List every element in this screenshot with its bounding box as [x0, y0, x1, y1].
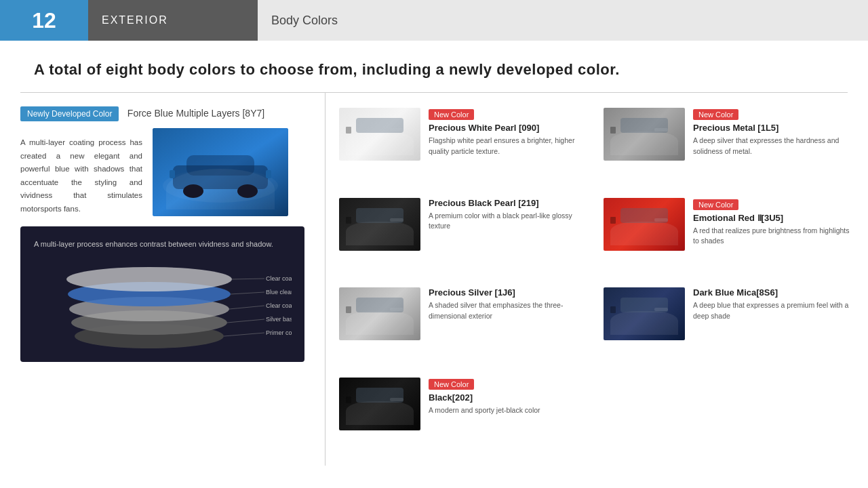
- section-label: EXTERIOR: [88, 0, 258, 41]
- color-item-white-pearl: New Color Precious White Pearl [090] Fla…: [332, 100, 597, 190]
- color-item-black-pearl: Precious Black Pearl [219] A premium col…: [332, 190, 597, 280]
- color-name-white-pearl: Precious White Pearl [090]: [429, 123, 590, 133]
- new-color-badge-black: New Color: [429, 379, 474, 390]
- svg-rect-3: [186, 155, 254, 176]
- left-panel: Newly Developed Color Force Blue Multipl…: [0, 93, 326, 466]
- svg-rect-27: [610, 127, 616, 134]
- svg-rect-28: [620, 118, 668, 133]
- content-area: Newly Developed Color Force Blue Multipl…: [0, 93, 868, 466]
- svg-text:Blue clear coat: Blue clear coat: [266, 289, 292, 296]
- svg-text:Silver base (1J6): Silver base (1J6): [266, 316, 292, 323]
- color-desc-emotional-red: A red that realizes pure brightness from…: [693, 226, 854, 247]
- svg-line-18: [231, 292, 264, 294]
- color-thumb-dark-blue-mica: [604, 287, 685, 340]
- svg-line-21: [232, 279, 264, 279]
- svg-line-15: [229, 306, 264, 309]
- svg-rect-40: [620, 298, 668, 312]
- color-thumb-white-pearl: [339, 108, 420, 161]
- svg-rect-34: [620, 208, 668, 223]
- color-name-black-pearl: Precious Black Pearl [219]: [429, 198, 590, 208]
- color-info-black: New Color Black[202] A modern and sporty…: [429, 378, 590, 416]
- svg-line-9: [224, 333, 264, 336]
- color-item-emotional-red: New Color Emotional Red Ⅱ[3U5] A red tha…: [597, 190, 861, 280]
- blue-car-image: [153, 128, 288, 216]
- page-header: 12 EXTERIOR Body Colors: [0, 0, 868, 41]
- svg-point-5: [237, 184, 258, 198]
- color-info-white-pearl: New Color Precious White Pearl [090] Fla…: [429, 108, 590, 157]
- svg-rect-30: [346, 217, 351, 224]
- colors-grid: New Color Precious White Pearl [090] Fla…: [326, 100, 868, 459]
- color-name-black: Black[202]: [429, 392, 590, 403]
- svg-rect-7: [266, 170, 271, 178]
- svg-line-12: [227, 319, 264, 323]
- left-top-row: A multi-layer coating process has create…: [20, 128, 304, 216]
- color-desc-dark-blue-mica: A deep blue that expresses a premium fee…: [693, 300, 854, 322]
- color-item-precious-silver: Precious Silver [1J6] A shaded silver th…: [332, 279, 597, 369]
- layer-diagram-text: A multi-layer process enhances contrast …: [34, 240, 291, 248]
- svg-point-20: [66, 267, 232, 291]
- color-info-dark-blue-mica: Dark Blue Mica[8S6] A deep blue that exp…: [693, 287, 854, 322]
- svg-rect-43: [356, 388, 403, 403]
- color-desc-white-pearl: Flagship white pearl ensures a brighter,…: [429, 136, 590, 157]
- featured-color-name: Force Blue Multiple Layers [8Y7]: [127, 108, 264, 119]
- color-thumb-precious-metal: [604, 108, 685, 161]
- badge-row: Newly Developed Color Force Blue Multipl…: [20, 106, 304, 121]
- svg-rect-39: [610, 306, 616, 313]
- svg-rect-31: [356, 208, 403, 223]
- color-info-emotional-red: New Color Emotional Red Ⅱ[3U5] A red tha…: [693, 198, 854, 247]
- svg-point-4: [183, 184, 203, 198]
- page-title: Body Colors: [258, 0, 868, 41]
- color-name-dark-blue-mica: Dark Blue Mica[8S6]: [693, 287, 854, 298]
- color-item-precious-metal: New Color Precious Metal [1L5] A deep si…: [597, 100, 861, 190]
- svg-text:Clear coat: Clear coat: [266, 302, 292, 309]
- color-name-emotional-red: Emotional Red Ⅱ[3U5]: [693, 213, 854, 223]
- color-item-black: New Color Black[202] A modern and sporty…: [332, 369, 597, 460]
- color-thumb-precious-silver: [339, 287, 420, 340]
- headline-text: A total of eight body colors to choose f…: [0, 41, 868, 92]
- color-info-precious-metal: New Color Precious Metal [1L5] A deep si…: [693, 108, 854, 157]
- color-name-precious-metal: Precious Metal [1L5]: [693, 123, 854, 133]
- main-content: A total of eight body colors to choose f…: [0, 41, 868, 488]
- svg-rect-24: [346, 127, 351, 134]
- color-thumb-black: [339, 378, 420, 430]
- color-thumb-black-pearl: [339, 198, 420, 251]
- new-color-badge-precious-metal: New Color: [693, 109, 738, 120]
- color-name-precious-silver: Precious Silver [1J6]: [429, 287, 590, 298]
- color-desc-precious-silver: A shaded silver that emphasizes the thre…: [429, 300, 590, 322]
- color-info-precious-silver: Precious Silver [1J6] A shaded silver th…: [429, 287, 590, 322]
- new-color-badge-white-pearl: New Color: [429, 109, 474, 120]
- color-desc-black: A modern and sporty jet-black color: [429, 405, 590, 416]
- svg-rect-42: [346, 396, 351, 403]
- color-thumb-emotional-red: [604, 198, 685, 251]
- new-color-badge-emotional-red: New Color: [693, 199, 738, 210]
- svg-text:Clear coat: Clear coat: [266, 275, 292, 282]
- color-item-dark-blue-mica: Dark Blue Mica[8S6] A deep blue that exp…: [597, 279, 861, 369]
- color-desc-precious-metal: A deep silver that expresses the hardnes…: [693, 136, 854, 157]
- svg-rect-36: [346, 306, 351, 313]
- color-desc-black-pearl: A premium color with a black pearl-like …: [429, 211, 590, 232]
- color-info-black-pearl: Precious Black Pearl [219] A premium col…: [429, 198, 590, 232]
- svg-rect-37: [356, 298, 403, 312]
- svg-rect-25: [356, 118, 403, 133]
- featured-color-description: A multi-layer coating process has create…: [20, 136, 142, 216]
- svg-text:Primer coat: Primer coat: [266, 329, 292, 336]
- page-number: 12: [0, 0, 88, 41]
- right-panel: New Color Precious White Pearl [090] Fla…: [326, 93, 868, 466]
- newly-developed-badge: Newly Developed Color: [20, 106, 119, 121]
- svg-rect-33: [610, 217, 616, 224]
- svg-rect-6: [170, 170, 175, 178]
- layer-diagram: A multi-layer process enhances contrast …: [20, 226, 304, 362]
